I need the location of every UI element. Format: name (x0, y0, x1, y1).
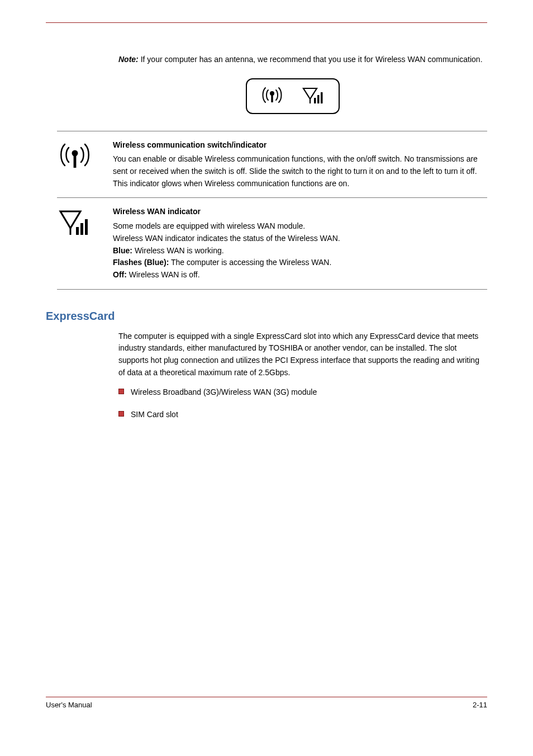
row-status-line: Blue: Wireless WAN is working. (113, 245, 487, 257)
list-item: Wireless Broadband (3G)/Wireless WAN (3G… (118, 386, 487, 399)
wireless-broadcast-icon (260, 86, 284, 107)
wireless-broadcast-icon (58, 141, 92, 173)
note-label: Note: (118, 55, 139, 64)
row-title: Wireless WAN indicator (113, 206, 487, 218)
footer-rule (46, 697, 487, 697)
bullet-text: SIM Card slot (131, 409, 178, 421)
svg-rect-1 (271, 93, 273, 102)
note-text: If your computer has an antenna, we reco… (139, 55, 483, 64)
list-item: SIM Card slot (118, 409, 487, 421)
svg-rect-11 (76, 227, 79, 235)
row-icon-cell (57, 139, 113, 190)
svg-rect-12 (80, 223, 83, 235)
bullet-icon (118, 389, 124, 394)
row-desc: You can enable or disable Wireless commu… (113, 153, 487, 190)
svg-rect-8 (74, 153, 77, 168)
section-heading: ExpressCard (46, 310, 487, 323)
svg-marker-9 (60, 211, 80, 228)
row-desc1: Some models are equipped with wireless W… (113, 220, 487, 233)
svg-rect-4 (314, 98, 316, 103)
row-body: Wireless communication switch/indicator … (113, 139, 487, 190)
bullet-list: Wireless Broadband (3G)/Wireless WAN (3G… (118, 386, 487, 420)
row-body: Wireless WAN indicator Some models are e… (113, 206, 487, 281)
svg-marker-2 (303, 88, 317, 99)
wireless-icons-figure (246, 78, 340, 114)
note-block: Note: If your computer has an antenna, w… (118, 54, 487, 66)
table-row: Wireless communication switch/indicator … (57, 131, 487, 198)
row-icon-cell (57, 206, 113, 281)
wireless-signal-icon (302, 86, 325, 107)
page-footer: User's Manual 2-11 (46, 697, 487, 709)
footer-right: 2-11 (473, 701, 487, 709)
row-desc2: Wireless WAN indicator indicates the sta… (113, 233, 487, 245)
top-rule (46, 22, 487, 23)
svg-rect-13 (85, 219, 88, 235)
wireless-signal-icon (58, 208, 92, 239)
table-row: Wireless WAN indicator Some models are e… (57, 197, 487, 289)
section-intro: The computer is equipped with a single E… (118, 330, 487, 379)
indicator-table: Wireless communication switch/indicator … (57, 131, 487, 290)
row-status-line: Off: Wireless WAN is off. (113, 269, 487, 281)
row-status-line: Flashes (Blue): The computer is accessin… (113, 257, 487, 269)
svg-rect-5 (317, 95, 320, 103)
svg-rect-6 (321, 92, 323, 103)
footer-left: User's Manual (46, 701, 92, 709)
bullet-icon (118, 411, 124, 417)
row-title: Wireless communication switch/indicator (113, 139, 487, 152)
bullet-text: Wireless Broadband (3G)/Wireless WAN (3G… (131, 386, 317, 399)
